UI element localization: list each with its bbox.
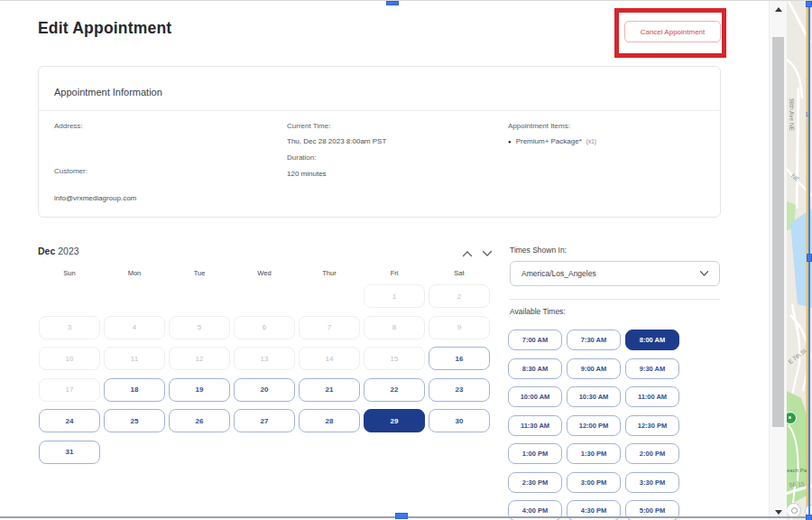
duration-label: Duration: xyxy=(287,153,316,162)
time-slot[interactable]: 12:00 PM xyxy=(567,415,621,436)
calendar-empty-cell xyxy=(234,284,295,308)
calendar-day: 1 xyxy=(364,284,425,308)
calendar-year: 2023 xyxy=(58,246,78,256)
calendar-prev-month-button[interactable] xyxy=(461,248,473,259)
weekday-label: Sat xyxy=(429,269,490,277)
calendar-next-month-button[interactable] xyxy=(481,248,493,259)
time-slot[interactable]: 3:00 PM xyxy=(567,472,621,493)
duration-value: 120 minutes xyxy=(287,170,327,178)
time-slot[interactable]: 2:00 PM xyxy=(625,443,679,464)
calendar-day[interactable]: 29 xyxy=(364,409,425,432)
calendar-day: 9 xyxy=(429,316,490,339)
time-slot[interactable]: 8:30 AM xyxy=(508,358,562,379)
address-label: Address: xyxy=(54,122,83,130)
selection-handle-top[interactable] xyxy=(386,1,399,5)
time-slot[interactable]: 11:30 AM xyxy=(508,415,562,436)
time-slot[interactable]: 9:30 AM xyxy=(625,358,679,379)
calendar-empty-cell xyxy=(104,284,165,308)
scrollbar[interactable] xyxy=(769,1,787,520)
calendar-day[interactable]: 24 xyxy=(39,409,100,432)
calendar-day[interactable]: 18 xyxy=(104,378,165,402)
calendar-day: 4 xyxy=(104,316,165,339)
calendar-day[interactable]: 22 xyxy=(364,378,425,402)
page-title: Edit Appointment xyxy=(38,19,171,38)
info-card-title: Appointment Information xyxy=(54,87,162,98)
calendar-day[interactable]: 19 xyxy=(169,378,230,402)
calendar-day: 15 xyxy=(364,347,425,370)
appointment-item-qty: (x1) xyxy=(586,138,596,144)
weekday-label: Sun xyxy=(39,269,100,277)
calendar-day: 17 xyxy=(39,378,100,402)
appointment-item-name: Premium+ Package* xyxy=(516,137,582,145)
calendar-day[interactable]: 20 xyxy=(234,378,295,402)
info-card-divider xyxy=(39,110,720,111)
calendar-day[interactable]: 23 xyxy=(429,378,490,402)
calendar-day: 3 xyxy=(39,316,100,339)
calendar-empty-cell xyxy=(169,284,230,308)
current-time-value: Thu, Dec 28 2023 8:00am PST xyxy=(287,137,386,145)
time-slot[interactable]: 7:30 AM xyxy=(567,330,621,350)
calendar-day: 7 xyxy=(299,316,360,339)
calendar-day: 5 xyxy=(169,316,230,339)
time-slot[interactable]: 8:00 AM xyxy=(625,330,679,350)
calendar-day[interactable]: 28 xyxy=(299,409,360,432)
calendar-day[interactable]: 26 xyxy=(169,409,230,432)
selection-handle-top-right[interactable] xyxy=(806,1,812,7)
weekday-label: Wed xyxy=(234,269,295,277)
calendar-day: 8 xyxy=(364,316,425,339)
calendar-day[interactable]: 27 xyxy=(234,409,295,432)
weekday-label: Thur xyxy=(299,269,360,277)
customer-label: Customer: xyxy=(54,167,88,175)
scroll-up-icon[interactable] xyxy=(775,7,782,12)
map-street-label: 98th Ave NE xyxy=(789,98,795,131)
cancel-appointment-button[interactable]: Cancel Appointment xyxy=(624,21,721,42)
time-slot[interactable]: 10:00 AM xyxy=(508,386,562,407)
panel-divider xyxy=(510,299,720,300)
calendar-day: 6 xyxy=(234,316,295,339)
calendar-day: 10 xyxy=(39,347,100,370)
calendar-day: 11 xyxy=(104,347,165,370)
calendar-empty-cell xyxy=(39,284,100,308)
time-slot[interactable]: 10:30 AM xyxy=(567,386,621,407)
calendar-day: 13 xyxy=(234,347,295,370)
time-slot[interactable]: 12:30 PM xyxy=(625,415,679,436)
scroll-down-icon[interactable] xyxy=(775,510,782,515)
time-slot[interactable]: 9:00 AM xyxy=(567,358,621,379)
current-time-label: Current Time: xyxy=(287,122,330,130)
calendar-day[interactable]: 21 xyxy=(299,378,360,402)
timezone-select[interactable]: America/Los_Angeles xyxy=(510,261,720,286)
time-slot[interactable]: 3:30 PM xyxy=(625,472,679,493)
selection-handle-bottom[interactable] xyxy=(395,513,408,519)
selection-handle-bottom-right[interactable] xyxy=(806,515,812,520)
map-park-label: each Pa xyxy=(787,468,807,473)
calendar-day[interactable]: 16 xyxy=(429,347,490,370)
calendar-day[interactable]: 30 xyxy=(429,409,490,432)
chevron-up-icon xyxy=(462,250,473,257)
appointment-item: ● Premium+ Package* (x1) xyxy=(508,137,596,145)
chevron-down-icon xyxy=(699,270,709,277)
timezone-selected-value: America/Los_Angeles xyxy=(521,269,596,278)
time-slot[interactable]: 1:30 PM xyxy=(567,443,621,464)
calendar-empty-cell xyxy=(299,284,360,308)
calendar-day[interactable]: 25 xyxy=(104,409,165,432)
time-slot[interactable]: 11:00 AM xyxy=(625,386,679,407)
times-shown-in-label: Times Shown In: xyxy=(510,246,567,255)
time-slot[interactable]: 2:30 PM xyxy=(508,472,562,493)
time-slot[interactable]: 7:00 AM xyxy=(508,330,562,350)
customer-email: info@vrxmediagroup.com xyxy=(54,194,136,202)
calendar-day: 14 xyxy=(299,347,360,370)
calendar-day: 12 xyxy=(169,347,230,370)
edit-appointment-page: Edit Appointment Cancel Appointment Appo… xyxy=(0,0,812,520)
map-se15-label: SE 15 xyxy=(789,480,805,488)
calendar-month: Dec xyxy=(38,246,55,256)
calendar-day[interactable]: 31 xyxy=(39,441,100,464)
calendar-month-header: Dec2023 xyxy=(38,246,79,256)
weekday-label: Mon xyxy=(104,269,165,277)
scrollbar-thumb[interactable] xyxy=(772,37,784,427)
time-slot[interactable]: 1:00 PM xyxy=(508,443,562,464)
weekday-label: Tue xyxy=(169,269,230,277)
weekday-label: Fri xyxy=(364,269,425,277)
weekday-row: SunMonTueWedThurFriSat xyxy=(39,269,490,277)
selection-handle-mid-right[interactable] xyxy=(807,254,812,262)
available-times-grid: 7:00 AM7:30 AM8:00 AM8:30 AM9:00 AM9:30 … xyxy=(508,330,679,520)
